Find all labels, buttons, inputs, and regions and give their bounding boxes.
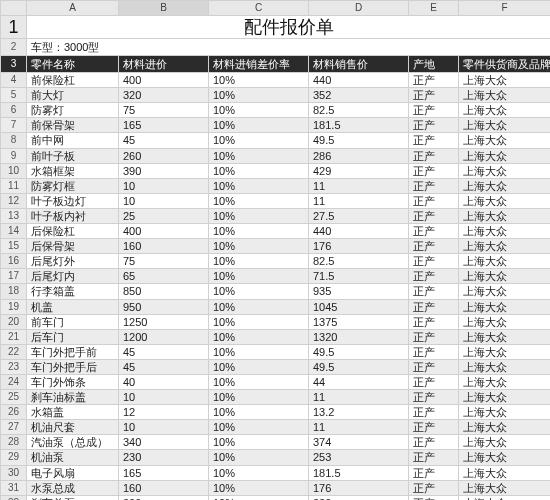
row-header-18[interactable]: 18 xyxy=(1,284,27,299)
cell[interactable]: 65 xyxy=(119,269,209,284)
cell[interactable]: 10% xyxy=(209,329,309,344)
cell[interactable]: 25 xyxy=(119,208,209,223)
cell[interactable]: 正产 xyxy=(409,314,459,329)
cell[interactable]: 260 xyxy=(119,148,209,163)
cell[interactable]: 10% xyxy=(209,193,309,208)
cell[interactable]: 水箱盖 xyxy=(27,405,119,420)
col-header-F[interactable]: F xyxy=(459,1,551,16)
cell[interactable]: 40 xyxy=(119,374,209,389)
cell[interactable]: 176 xyxy=(309,480,409,495)
table-row[interactable]: 12叶子板边灯1010%11正产上海大众 xyxy=(1,193,551,208)
spreadsheet-grid[interactable]: ABCDEF1配件报价单2车型：3000型3零件名称材料进价材料进销差价率材料销… xyxy=(0,0,550,500)
cell[interactable]: 1320 xyxy=(309,329,409,344)
table-row[interactable]: 27机油尺套1010%11正产上海大众 xyxy=(1,420,551,435)
cell[interactable]: 上海大众 xyxy=(459,420,551,435)
row-header-10[interactable]: 10 xyxy=(1,163,27,178)
cell[interactable]: 10% xyxy=(209,480,309,495)
cell[interactable]: 上海大众 xyxy=(459,193,551,208)
table-row[interactable]: 6防雾灯7510%82.5正产上海大众 xyxy=(1,103,551,118)
cell[interactable]: 后保险杠 xyxy=(27,224,119,239)
cell[interactable]: 上海大众 xyxy=(459,73,551,88)
cell[interactable]: 前保险杠 xyxy=(27,73,119,88)
cell[interactable]: 上海大众 xyxy=(459,148,551,163)
row-header-32[interactable]: 32 xyxy=(1,495,27,500)
table-row[interactable]: 9前叶子板26010%286正产上海大众 xyxy=(1,148,551,163)
cell[interactable]: 正产 xyxy=(409,480,459,495)
cell[interactable]: 10 xyxy=(119,193,209,208)
cell[interactable]: 前叶子板 xyxy=(27,148,119,163)
cell[interactable]: 机盖 xyxy=(27,299,119,314)
cell[interactable]: 160 xyxy=(119,239,209,254)
cell[interactable]: 上海大众 xyxy=(459,329,551,344)
table-row[interactable]: 30电子风扇16510%181.5正产上海大众 xyxy=(1,465,551,480)
cell[interactable]: 10% xyxy=(209,163,309,178)
col-header-C[interactable]: C xyxy=(209,1,309,16)
cell[interactable]: 后尾灯内 xyxy=(27,269,119,284)
cell[interactable]: 10% xyxy=(209,465,309,480)
cell[interactable]: 429 xyxy=(309,163,409,178)
cell[interactable]: 上海大众 xyxy=(459,359,551,374)
cell[interactable]: 正产 xyxy=(409,239,459,254)
table-row[interactable]: 31水泵总成16010%176正产上海大众 xyxy=(1,480,551,495)
cell[interactable]: 上海大众 xyxy=(459,435,551,450)
cell[interactable]: 374 xyxy=(309,435,409,450)
cell[interactable]: 440 xyxy=(309,73,409,88)
row-header-28[interactable]: 28 xyxy=(1,435,27,450)
cell[interactable]: 176 xyxy=(309,239,409,254)
cell[interactable]: 10% xyxy=(209,224,309,239)
cell[interactable]: 上海大众 xyxy=(459,465,551,480)
cell[interactable]: 10% xyxy=(209,374,309,389)
cell[interactable]: 10% xyxy=(209,118,309,133)
cell[interactable]: 1375 xyxy=(309,314,409,329)
table-row[interactable]: 25刹车油标盖1010%11正产上海大众 xyxy=(1,390,551,405)
cell[interactable]: 上海大众 xyxy=(459,344,551,359)
cell[interactable]: 上海大众 xyxy=(459,103,551,118)
table-row[interactable]: 4前保险杠40010%440正产上海大众 xyxy=(1,73,551,88)
table-row[interactable]: 28汽油泵（总成）34010%374正产上海大众 xyxy=(1,435,551,450)
row-header-24[interactable]: 24 xyxy=(1,374,27,389)
cell[interactable]: 10% xyxy=(209,178,309,193)
cell[interactable]: 机油泵 xyxy=(27,450,119,465)
cell[interactable]: 前中网 xyxy=(27,133,119,148)
cell[interactable]: 10% xyxy=(209,239,309,254)
cell[interactable]: 上海大众 xyxy=(459,299,551,314)
cell[interactable]: 上海大众 xyxy=(459,450,551,465)
cell[interactable]: 刹车油标盖 xyxy=(27,390,119,405)
cell[interactable]: 10% xyxy=(209,88,309,103)
table-row[interactable]: 21后车门120010%1320正产上海大众 xyxy=(1,329,551,344)
cell[interactable]: 400 xyxy=(119,73,209,88)
cell[interactable]: 防雾灯框 xyxy=(27,178,119,193)
table-row[interactable]: 18行李箱盖85010%935正产上海大众 xyxy=(1,284,551,299)
cell[interactable]: 上海大众 xyxy=(459,405,551,420)
cell[interactable]: 1200 xyxy=(119,329,209,344)
row-header-3[interactable]: 3 xyxy=(1,56,27,73)
cell[interactable]: 75 xyxy=(119,103,209,118)
row-header-31[interactable]: 31 xyxy=(1,480,27,495)
cell[interactable]: 上海大众 xyxy=(459,390,551,405)
cell[interactable]: 352 xyxy=(309,88,409,103)
cell[interactable]: 11 xyxy=(309,390,409,405)
cell[interactable]: 10% xyxy=(209,208,309,223)
cell[interactable]: 前大灯 xyxy=(27,88,119,103)
cell[interactable]: 正产 xyxy=(409,405,459,420)
cell[interactable]: 上海大众 xyxy=(459,208,551,223)
cell[interactable]: 上海大众 xyxy=(459,224,551,239)
row-header-2[interactable]: 2 xyxy=(1,39,27,56)
cell[interactable]: 10% xyxy=(209,284,309,299)
cell[interactable]: 10% xyxy=(209,254,309,269)
table-row[interactable]: 7前保骨架16510%181.5正产上海大众 xyxy=(1,118,551,133)
cell[interactable]: 11 xyxy=(309,420,409,435)
cell[interactable]: 160 xyxy=(119,480,209,495)
row-header-11[interactable]: 11 xyxy=(1,178,27,193)
cell[interactable]: 10% xyxy=(209,405,309,420)
cell[interactable]: 300 xyxy=(119,495,209,500)
cell[interactable]: 车门外把手前 xyxy=(27,344,119,359)
cell[interactable]: 汽油泵（总成） xyxy=(27,435,119,450)
cell[interactable]: 82.5 xyxy=(309,254,409,269)
col-header-D[interactable]: D xyxy=(309,1,409,16)
row-header-20[interactable]: 20 xyxy=(1,314,27,329)
cell[interactable]: 390 xyxy=(119,163,209,178)
cell[interactable]: 253 xyxy=(309,450,409,465)
cell[interactable]: 前车门 xyxy=(27,314,119,329)
cell[interactable]: 正产 xyxy=(409,148,459,163)
